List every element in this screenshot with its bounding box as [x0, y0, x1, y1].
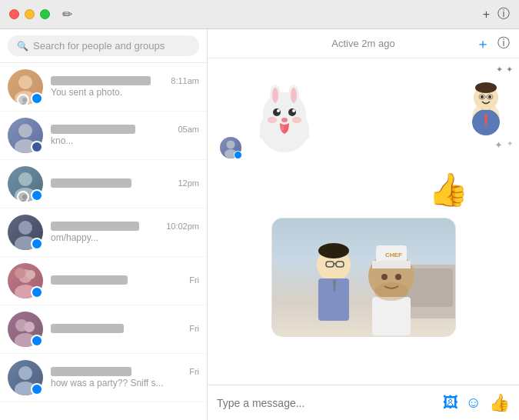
search-placeholder: Search for people and groups	[33, 40, 165, 52]
chat-status: Active 2m ago	[331, 38, 394, 49]
list-item[interactable]: Fri	[0, 305, 207, 354]
like-send-icon[interactable]: 👍	[489, 393, 510, 413]
conv-name	[51, 125, 135, 134]
conv-time: 8:11am	[171, 76, 199, 85]
conv-preview: You sent a photo.	[51, 87, 199, 98]
messenger-badge	[234, 151, 242, 159]
character-sticker	[459, 76, 513, 138]
conv-preview: om/happy...	[51, 232, 199, 243]
emoji-icon[interactable]: ☺	[466, 394, 481, 412]
conv-time: 05am	[178, 125, 199, 134]
conv-time: Fri	[189, 275, 199, 285]
avatar-wrap	[8, 360, 43, 395]
svg-point-9	[21, 200, 28, 204]
sidebar-header: 🔍 Search for people and groups	[0, 29, 207, 63]
svg-point-25	[475, 82, 497, 93]
conv-name	[51, 275, 128, 285]
avatar-wrap	[8, 118, 43, 153]
svg-point-6	[18, 172, 32, 186]
chat-messages: ✦ ✦	[208, 58, 519, 385]
conv-name-row: Fri	[51, 367, 199, 376]
maximize-button[interactable]	[40, 9, 50, 19]
chat-header: Active 2m ago ＋ ⓘ	[208, 29, 519, 58]
svg-point-31	[227, 141, 235, 149]
messenger-badge	[31, 335, 43, 347]
list-item[interactable]: Fri	[0, 257, 207, 305]
sparkle-icon: ✦	[496, 65, 503, 75]
chat-input-bar: 🖼 ☺ 👍	[208, 385, 519, 420]
svg-point-8	[22, 195, 27, 199]
svg-point-4	[18, 124, 32, 138]
svg-point-2	[22, 98, 27, 102]
title-bar: ✏ + ⓘ	[0, 0, 519, 29]
conv-name-row: 10:02pm	[51, 222, 199, 231]
compose-icon[interactable]: ✏	[62, 7, 72, 22]
search-box[interactable]: 🔍 Search for people and groups	[8, 35, 199, 56]
message-input[interactable]	[217, 397, 435, 409]
conv-preview: kno...	[51, 135, 199, 146]
info-icon[interactable]: ⓘ	[497, 6, 510, 22]
svg-point-10	[18, 221, 32, 235]
list-item[interactable]: 12pm	[0, 160, 207, 208]
svg-point-39	[273, 108, 281, 116]
svg-point-46	[292, 117, 301, 123]
add-photo-icon[interactable]: 🖼	[443, 394, 458, 412]
photo-svg: CHEF	[272, 218, 456, 337]
conv-name-row: Fri	[51, 275, 199, 285]
conversation-list: 8:11am You sent a photo. 05am	[0, 63, 207, 420]
conv-name-row: 8:11am	[51, 76, 199, 85]
sparkle-icon: ✦	[507, 139, 513, 151]
list-item[interactable]: 8:11am You sent a photo.	[0, 63, 207, 112]
svg-point-65	[374, 282, 408, 301]
conv-time: Fri	[189, 324, 199, 333]
messenger-badge	[31, 383, 43, 395]
conv-name-row: 12pm	[51, 178, 199, 188]
chat-header-icons: ＋ ⓘ	[476, 35, 510, 53]
add-contact-icon[interactable]: ＋	[476, 35, 490, 53]
conv-name	[51, 324, 124, 333]
svg-point-15	[26, 270, 35, 279]
svg-point-40	[288, 108, 296, 116]
list-item[interactable]: 05am kno...	[0, 112, 207, 160]
close-button[interactable]	[9, 9, 19, 19]
fb-badge	[31, 141, 43, 153]
svg-point-17	[24, 322, 35, 332]
sparkle-icon: ✦	[506, 65, 513, 75]
svg-point-27	[488, 95, 491, 98]
svg-point-19	[18, 366, 32, 380]
minimize-button[interactable]	[25, 9, 35, 19]
messenger-badge	[31, 189, 43, 202]
svg-point-0	[18, 75, 32, 89]
svg-point-3	[21, 103, 28, 107]
svg-point-57	[318, 243, 349, 258]
list-item[interactable]: Fri how was a party?? Sniff s...	[0, 354, 207, 402]
svg-point-38	[291, 88, 297, 103]
sidebar: 🔍 Search for people and groups	[0, 29, 208, 420]
bunny-sticker	[246, 82, 323, 158]
svg-point-14	[15, 268, 25, 278]
svg-text:CHEF: CHEF	[385, 252, 402, 258]
add-icon[interactable]: +	[483, 8, 490, 22]
conv-info: 8:11am You sent a photo.	[51, 76, 199, 98]
conv-info: 12pm	[51, 178, 199, 189]
svg-point-41	[277, 109, 280, 112]
sparkles-bottom: ✦ ✦	[494, 139, 513, 151]
sender-avatar-wrap	[220, 137, 241, 158]
conv-time: Fri	[189, 367, 199, 376]
photo-message: CHEF	[220, 218, 507, 337]
sparkle-icon: ✦	[494, 139, 503, 151]
info-circle-icon[interactable]: ⓘ	[497, 35, 510, 52]
conv-info: Fri	[51, 324, 199, 335]
list-item[interactable]: 10:02pm om/happy...	[0, 208, 207, 257]
avatar-wrap	[8, 215, 43, 250]
messenger-badge	[31, 238, 43, 250]
svg-point-37	[272, 88, 278, 103]
conv-preview: how was a party?? Sniff s...	[51, 378, 199, 388]
conv-info: 10:02pm om/happy...	[51, 222, 199, 243]
conv-info: Fri	[51, 275, 199, 286]
conv-name-row: Fri	[51, 324, 199, 333]
conv-time: 10:02pm	[166, 222, 199, 231]
svg-point-26	[481, 95, 484, 98]
svg-point-47	[259, 131, 271, 140]
svg-point-44	[280, 125, 284, 131]
